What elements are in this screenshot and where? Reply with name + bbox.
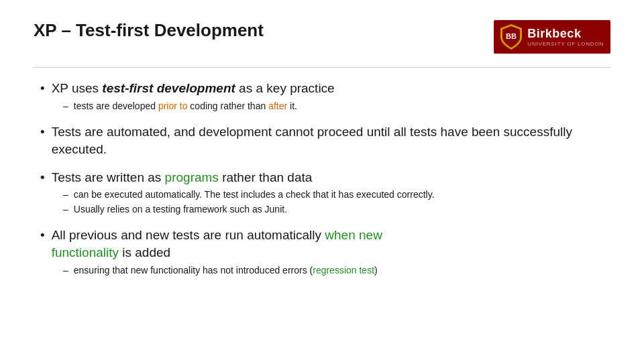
colored-after: after bbox=[268, 101, 287, 111]
sub-text-1-1: tests are developed prior to coding rath… bbox=[74, 100, 297, 113]
sub-dash-3-2: – bbox=[63, 203, 68, 217]
sub-bullet-3-2: – Usually relies on a testing framework … bbox=[63, 203, 610, 217]
bullet-dot-2: • bbox=[40, 125, 45, 139]
bullet-dot-1: • bbox=[40, 81, 45, 96]
sub-bullet-1-1: – tests are developed prior to coding ra… bbox=[63, 100, 610, 113]
bullet-text-2: Tests are automated, and development can… bbox=[52, 123, 610, 158]
sub-text-3-1: can be executed automatically. The test … bbox=[74, 188, 435, 202]
sub-bullets-3: – can be executed automatically. The tes… bbox=[63, 188, 610, 216]
bullet-text-4: All previous and new tests are run autom… bbox=[52, 227, 382, 261]
colored-prior-to: prior to bbox=[158, 101, 188, 111]
bullet-text-3: Tests are written as programs rather tha… bbox=[52, 169, 313, 186]
bold-italic-text-1: test-first development bbox=[102, 81, 235, 95]
sub-text-4-1: ensuring that new functionality has not … bbox=[74, 264, 378, 278]
bullet-item-3: • Tests are written as programs rather t… bbox=[40, 169, 610, 217]
bullet-dot-3: • bbox=[40, 170, 45, 185]
sub-text-3-2: Usually relies on a testing framework su… bbox=[74, 203, 287, 217]
bullet-main-3: • Tests are written as programs rather t… bbox=[40, 169, 610, 186]
bullet-item-1: • XP uses test-first development as a ke… bbox=[40, 80, 610, 113]
logo-text: Birkbeck University of London bbox=[527, 27, 604, 47]
sub-bullet-3-1: – can be executed automatically. The tes… bbox=[63, 188, 610, 202]
slide: XP – Test-first Development BB Birkbeck … bbox=[0, 0, 644, 362]
sub-dash-1-1: – bbox=[63, 100, 68, 113]
logo: BB Birkbeck University of London bbox=[494, 20, 610, 54]
svg-text:BB: BB bbox=[506, 32, 517, 40]
bullet-item-2: • Tests are automated, and development c… bbox=[40, 123, 610, 158]
colored-regression-test: regression test bbox=[313, 265, 374, 276]
sub-dash-3-1: – bbox=[63, 188, 68, 202]
sub-bullet-4-1: – ensuring that new functionality has no… bbox=[63, 264, 610, 278]
bullet-text-1: XP uses test-first development as a key … bbox=[52, 80, 335, 97]
bullet-item-4: • All previous and new tests are run aut… bbox=[40, 227, 610, 277]
header-divider bbox=[34, 67, 610, 68]
logo-brand: Birkbeck bbox=[527, 27, 604, 41]
sub-dash-4-1: – bbox=[63, 264, 68, 278]
bullet-dot-4: • bbox=[40, 228, 45, 243]
shield-icon: BB bbox=[500, 24, 522, 50]
header: XP – Test-first Development BB Birkbeck … bbox=[34, 20, 610, 54]
bullet-main-1: • XP uses test-first development as a ke… bbox=[40, 80, 610, 97]
colored-when-new-functionality: when newfunctionality bbox=[52, 228, 382, 259]
slide-title: XP – Test-first Development bbox=[34, 20, 264, 41]
content-area: • XP uses test-first development as a ke… bbox=[34, 80, 610, 277]
sub-bullets-1: – tests are developed prior to coding ra… bbox=[63, 100, 610, 113]
sub-bullets-4: – ensuring that new functionality has no… bbox=[63, 264, 610, 278]
colored-programs: programs bbox=[165, 170, 219, 184]
bullet-main-2: • Tests are automated, and development c… bbox=[40, 123, 610, 158]
logo-subtitle: University of London bbox=[527, 41, 604, 47]
bullet-main-4: • All previous and new tests are run aut… bbox=[40, 227, 610, 261]
